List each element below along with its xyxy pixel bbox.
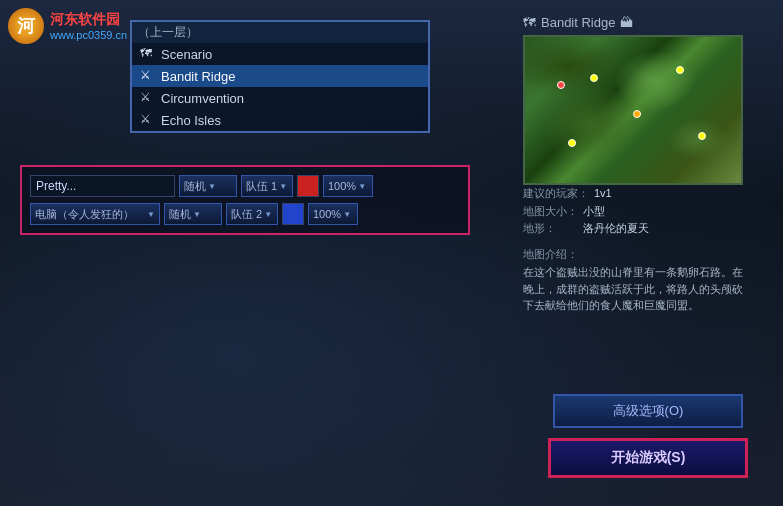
bottom-right-panel: 高级选项(O) 开始游戏(S) — [523, 384, 773, 486]
desc-text: 在这个盗贼出没的山脊里有一条鹅卵石路。在晚上，成群的盗贼活跃于此，将路人的头颅砍… — [523, 266, 743, 311]
map-list-item-echo-isles[interactable]: ⚔ Echo Isles — [132, 109, 428, 131]
player1-team-label: 队伍 1 — [246, 179, 277, 194]
player2-team-label: 队伍 2 — [231, 207, 262, 222]
map-marker-5 — [568, 139, 576, 147]
map-icon-circumvention: ⚔ — [140, 90, 156, 106]
player2-team-dropdown[interactable]: 队伍 2 — [226, 203, 278, 225]
recommended-label: 建议的玩家： — [523, 185, 589, 203]
map-list-item-scenario[interactable]: 🗺 Scenario — [132, 43, 428, 65]
map-marker-6 — [557, 81, 565, 89]
map-listbox: （上一层） 🗺 Scenario ⚔ Bandit Ridge ⚔ Circum… — [130, 20, 430, 133]
player2-ai-dropdown[interactable]: 电脑（令人发狂的） — [30, 203, 160, 225]
watermark: 河 河东软件园 www.pc0359.cn — [8, 8, 127, 44]
map-marker-1 — [590, 74, 598, 82]
player1-percent-label: 100% — [328, 180, 356, 192]
watermark-site-name: 河东软件园 — [50, 11, 127, 29]
map-icon-echo-isles: ⚔ — [140, 112, 156, 128]
map-listbox-header: （上一层） — [132, 22, 428, 43]
player1-race-label: 随机 — [184, 179, 206, 194]
right-panel: 🗺 Bandit Ridge 🏔 建议的玩家： 1v1 地图大小： 小型 地形：… — [523, 15, 773, 314]
map-preview-title: 🗺 Bandit Ridge 🏔 — [523, 15, 773, 30]
player1-race-dropdown[interactable]: 随机 — [179, 175, 237, 197]
advanced-options-button[interactable]: 高级选项(O) — [553, 394, 743, 428]
map-info: 建议的玩家： 1v1 地图大小： 小型 地形： 洛丹伦的夏天 地图介绍： 在这个… — [523, 185, 753, 314]
map-preview-name: Bandit Ridge — [541, 15, 615, 30]
start-game-button[interactable]: 开始游戏(S) — [548, 438, 748, 478]
watermark-logo: 河 — [8, 8, 44, 44]
player2-race-dropdown[interactable]: 随机 — [164, 203, 222, 225]
recommended-value: 1v1 — [594, 185, 612, 203]
player1-percent-dropdown[interactable]: 100% — [323, 175, 373, 197]
size-label: 地图大小： — [523, 203, 578, 221]
map-info-terrain: 地形： 洛丹伦的夏天 — [523, 220, 753, 238]
player1-row: 随机 队伍 1 100% — [30, 175, 460, 197]
map-marker-4 — [698, 132, 706, 140]
map-info-description: 地图介绍： 在这个盗贼出没的山脊里有一条鹅卵石路。在晚上，成群的盗贼活跃于此，将… — [523, 246, 753, 314]
player2-percent-dropdown[interactable]: 100% — [308, 203, 358, 225]
map-list-item-circumvention[interactable]: ⚔ Circumvention — [132, 87, 428, 109]
watermark-url: www.pc0359.cn — [50, 29, 127, 41]
terrain-value: 洛丹伦的夏天 — [583, 220, 649, 238]
player1-team-dropdown[interactable]: 队伍 1 — [241, 175, 293, 197]
map-label-circumvention: Circumvention — [161, 91, 244, 106]
map-marker-2 — [676, 66, 684, 74]
map-info-size: 地图大小： 小型 — [523, 203, 753, 221]
desc-label: 地图介绍： — [523, 246, 753, 263]
map-label-echo-isles: Echo Isles — [161, 113, 221, 128]
player2-race-label: 随机 — [169, 207, 191, 222]
watermark-text: 河东软件园 www.pc0359.cn — [50, 11, 127, 41]
map-label-bandit-ridge: Bandit Ridge — [161, 69, 235, 84]
player1-name-input[interactable] — [30, 175, 175, 197]
map-preview-icon: 🗺 — [523, 15, 536, 30]
map-label-scenario: Scenario — [161, 47, 212, 62]
map-icon-scenario: 🗺 — [140, 46, 156, 62]
size-value: 小型 — [583, 203, 605, 221]
map-list-item-bandit-ridge[interactable]: ⚔ Bandit Ridge — [132, 65, 428, 87]
map-preview-icon2: 🏔 — [620, 15, 633, 30]
map-icon-bandit-ridge: ⚔ — [140, 68, 156, 84]
player2-color-button[interactable] — [282, 203, 304, 225]
player2-row: 电脑（令人发狂的） 随机 队伍 2 100% — [30, 203, 460, 225]
map-marker-3 — [633, 110, 641, 118]
map-list-panel: （上一层） 🗺 Scenario ⚔ Bandit Ridge ⚔ Circum… — [130, 20, 450, 148]
player1-color-button[interactable] — [297, 175, 319, 197]
player-panel: 随机 队伍 1 100% 电脑（令人发狂的） 随机 队伍 2 100% — [20, 165, 470, 235]
map-listbox-wrapper: （上一层） 🗺 Scenario ⚔ Bandit Ridge ⚔ Circum… — [130, 20, 450, 133]
player2-ai-label: 电脑（令人发狂的） — [35, 207, 134, 222]
player2-percent-label: 100% — [313, 208, 341, 220]
map-preview-image — [523, 35, 743, 185]
terrain-label: 地形： — [523, 220, 578, 238]
map-info-recommended: 建议的玩家： 1v1 — [523, 185, 753, 203]
